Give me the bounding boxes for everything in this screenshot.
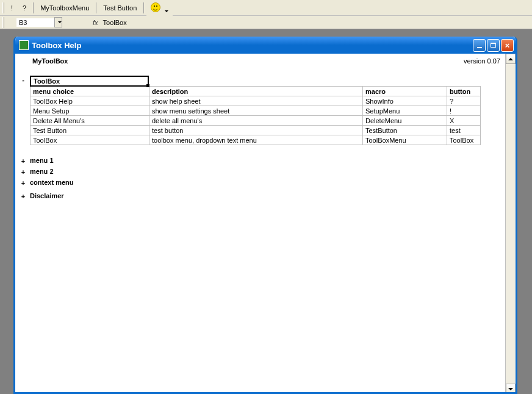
fx-icon[interactable]: fx [93, 19, 98, 26]
outline-expand[interactable]: + [16, 168, 30, 176]
cell-desc[interactable]: test button [149, 126, 363, 135]
cell-menu[interactable]: ToolBox Help [31, 96, 149, 106]
cell-macro[interactable]: TestButton [363, 126, 447, 135]
group-label[interactable]: context menu [30, 179, 74, 186]
close-button[interactable]: × [501, 39, 514, 52]
window-body: MyToolBox version 0.07 - ToolBox menu ch… [15, 54, 516, 394]
col-header-description[interactable]: description [149, 87, 363, 96]
active-cell[interactable]: ToolBox [30, 76, 149, 87]
window-controls: × [473, 39, 514, 52]
smiley-icon [151, 2, 160, 12]
table-row: Delete All Menu's delete all menu's Dele… [31, 116, 481, 126]
col-header-button[interactable]: button [447, 87, 481, 96]
scroll-down-button[interactable] [506, 384, 516, 394]
outline-expand[interactable]: + [16, 179, 30, 187]
table-row: ToolBox toolbox menu, dropdown text menu… [31, 135, 481, 145]
sheet-content[interactable]: MyToolBox version 0.07 - ToolBox menu ch… [15, 54, 505, 394]
col-header-menu[interactable]: menu choice [31, 87, 149, 96]
doc-title: MyToolBox [32, 57, 68, 65]
titlebar[interactable]: Toolbox Help × [15, 37, 516, 54]
outline-expand[interactable]: + [16, 192, 30, 200]
cell-menu[interactable]: Menu Setup [31, 106, 149, 116]
name-box-dropdown[interactable] [54, 17, 62, 27]
cell-reference-input[interactable] [16, 18, 54, 27]
toolbox-table: menu choice description macro button Too… [30, 86, 481, 145]
scroll-track[interactable] [506, 64, 516, 384]
toolbar-separator [143, 2, 144, 13]
smiley-button[interactable] [146, 0, 173, 16]
col-header-macro[interactable]: macro [363, 87, 447, 96]
test-button[interactable]: Test Button [99, 2, 141, 14]
cell-desc[interactable]: show menu settings sheet [149, 106, 363, 116]
group-label[interactable]: menu 1 [30, 157, 54, 164]
cell-button[interactable]: ToolBox [447, 135, 481, 145]
main-toolbar: ! ? MyToolboxMenu Test Button [0, 0, 532, 16]
toolbar-separator [33, 2, 34, 13]
cell-macro[interactable]: DeleteMenu [363, 116, 447, 126]
formula-bar: fx ToolBox [0, 16, 532, 29]
name-box[interactable] [16, 17, 62, 27]
mdi-workspace: Toolbox Help × MyToolBox version 0.07 - … [0, 29, 532, 394]
chevron-down-icon [58, 21, 62, 23]
group-label[interactable]: menu 2 [30, 168, 54, 175]
window-title: Toolbox Help [32, 41, 473, 50]
cell-button[interactable]: ? [447, 96, 481, 106]
question-button[interactable]: ? [18, 2, 31, 14]
cell-menu[interactable]: Test Button [31, 126, 149, 135]
table-row: Test Button test button TestButton test [31, 126, 481, 135]
cell-button[interactable]: test [447, 126, 481, 135]
exclaim-button[interactable]: ! [7, 2, 17, 14]
cell-desc[interactable]: show help sheet [149, 96, 363, 106]
arrow-up-icon [508, 58, 513, 60]
toolbar-grip[interactable] [2, 2, 4, 13]
table-row: ToolBox Help show help sheet ShowInfo ? [31, 96, 481, 106]
minimize-button[interactable] [473, 39, 486, 52]
child-window: Toolbox Help × MyToolBox version 0.07 - … [13, 37, 517, 394]
table-header-row: menu choice description macro button [31, 87, 481, 96]
cell-menu[interactable]: Delete All Menu's [31, 116, 149, 126]
cell-macro[interactable]: ShowInfo [363, 96, 447, 106]
cell-macro[interactable]: ToolBoxMenu [363, 135, 447, 145]
vertical-scrollbar[interactable] [505, 54, 516, 394]
outline-expand[interactable]: + [16, 157, 30, 165]
group-label[interactable]: Disclaimer [30, 192, 64, 199]
scroll-up-button[interactable] [506, 54, 516, 64]
table-row: Menu Setup show menu settings sheet Setu… [31, 106, 481, 116]
app-icon [19, 40, 29, 50]
chevron-down-icon [165, 10, 168, 12]
formula-text[interactable]: ToolBox [103, 19, 127, 26]
maximize-button[interactable] [487, 39, 500, 52]
minimize-icon [477, 47, 482, 48]
toolbar-grip[interactable] [2, 17, 4, 28]
cell-macro[interactable]: SetupMenu [363, 106, 447, 116]
cell-button[interactable]: ! [447, 106, 481, 116]
cell-menu[interactable]: ToolBox [31, 135, 149, 145]
outline-collapse[interactable]: - [16, 76, 30, 84]
toolbar-separator [96, 2, 96, 13]
cell-button[interactable]: X [447, 116, 481, 126]
cell-desc[interactable]: delete all menu's [149, 116, 363, 126]
maximize-icon [491, 43, 496, 48]
close-icon: × [505, 41, 510, 49]
version-label: version 0.07 [464, 57, 500, 65]
arrow-down-icon [508, 388, 513, 390]
mytoolboxmenu-button[interactable]: MyToolboxMenu [36, 2, 93, 14]
cell-desc[interactable]: toolbox menu, dropdown text menu [149, 135, 363, 145]
